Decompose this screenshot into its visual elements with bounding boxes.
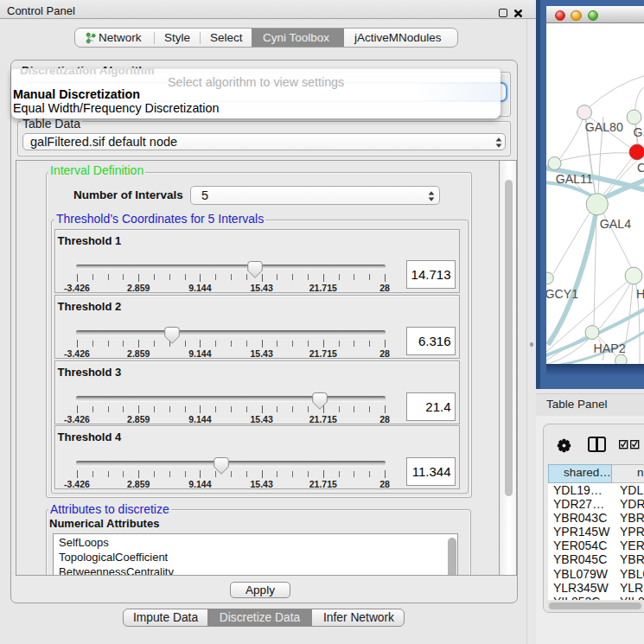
svg-text:HAP2: HAP2 bbox=[594, 341, 626, 355]
svg-text:GAL4: GAL4 bbox=[600, 217, 631, 231]
svg-text:GCY1: GCY1 bbox=[546, 287, 578, 301]
svg-text:H: H bbox=[636, 287, 644, 301]
svg-text:GAL80: GAL80 bbox=[585, 120, 623, 134]
svg-text:C: C bbox=[637, 161, 644, 175]
svg-text:G.: G. bbox=[634, 125, 644, 139]
svg-text:GAL11: GAL11 bbox=[556, 172, 593, 186]
